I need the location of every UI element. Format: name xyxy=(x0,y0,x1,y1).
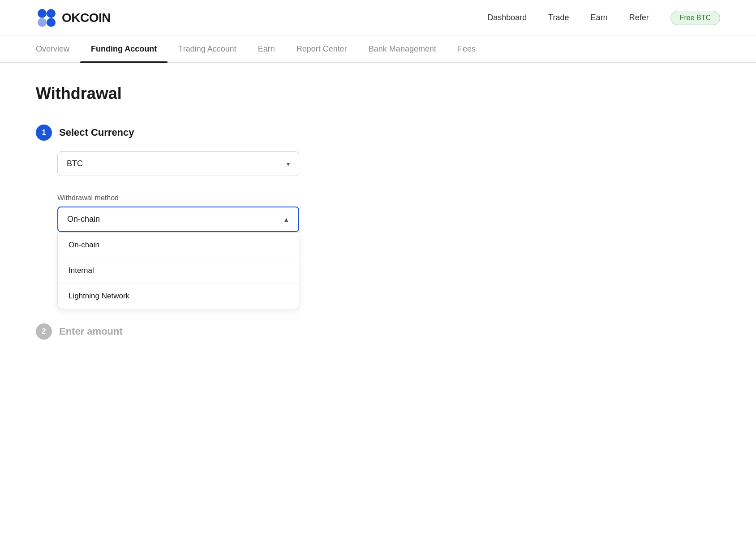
currency-select-dropdown[interactable]: BTC ▾ xyxy=(57,151,299,176)
subnav-trading-account[interactable]: Trading Account xyxy=(168,36,247,63)
main-content: Withdrawal 1 Select Currency BTC ▾ Withd… xyxy=(0,63,756,375)
subnav-overview[interactable]: Overview xyxy=(36,36,80,63)
step-1-badge: 1 xyxy=(36,125,52,141)
withdrawal-method-label: Withdrawal method xyxy=(57,194,322,202)
method-option-internal[interactable]: Internal xyxy=(58,258,299,284)
withdrawal-method-menu: On-chain Internal Lightning Network xyxy=(57,232,299,309)
nav-dashboard[interactable]: Dashboard xyxy=(487,13,527,22)
free-btc-button[interactable]: Free BTC xyxy=(670,11,720,25)
svg-point-0 xyxy=(38,9,47,18)
withdrawal-method-section: Withdrawal method On-chain ▲ On-chain In… xyxy=(57,194,322,309)
nav-links: Dashboard Trade Earn Refer Free BTC xyxy=(487,11,720,25)
step-2-container: 2 Enter amount xyxy=(36,323,720,340)
nav-refer[interactable]: Refer xyxy=(629,13,649,22)
svg-point-1 xyxy=(47,9,56,18)
subnav-funding-account[interactable]: Funding Account xyxy=(80,36,168,63)
step-1-header: 1 Select Currency xyxy=(36,125,720,141)
page-title: Withdrawal xyxy=(36,84,720,103)
sub-navigation: Overview Funding Account Trading Account… xyxy=(0,36,756,63)
withdrawal-method-chevron-icon: ▲ xyxy=(283,216,289,223)
logo-icon xyxy=(36,7,57,29)
subnav-bank-management[interactable]: Bank Management xyxy=(358,36,447,63)
withdrawal-method-value: On-chain xyxy=(67,215,100,224)
top-navigation: OKCOIN Dashboard Trade Earn Refer Free B… xyxy=(0,0,756,36)
step-1-form: BTC ▾ Withdrawal method On-chain ▲ On-ch… xyxy=(36,151,322,309)
step-2-header: 2 Enter amount xyxy=(36,323,720,340)
method-option-on-chain[interactable]: On-chain xyxy=(58,233,299,258)
step-2-badge: 2 xyxy=(36,323,52,340)
logo[interactable]: OKCOIN xyxy=(36,7,111,29)
step-1-container: 1 Select Currency BTC ▾ Withdrawal metho… xyxy=(36,125,720,309)
currency-select-value: BTC xyxy=(67,159,83,168)
subnav-earn[interactable]: Earn xyxy=(247,36,286,63)
svg-point-3 xyxy=(47,18,56,27)
subnav-fees[interactable]: Fees xyxy=(447,36,486,63)
method-option-lightning-network[interactable]: Lightning Network xyxy=(58,284,299,309)
nav-earn[interactable]: Earn xyxy=(591,13,608,22)
logo-text: OKCOIN xyxy=(62,11,111,25)
subnav-report-center[interactable]: Report Center xyxy=(286,36,358,63)
step-1-label: Select Currency xyxy=(59,127,134,138)
svg-point-2 xyxy=(38,18,47,27)
withdrawal-method-dropdown[interactable]: On-chain ▲ xyxy=(57,207,299,232)
currency-chevron-icon: ▾ xyxy=(287,160,290,168)
nav-trade[interactable]: Trade xyxy=(548,13,569,22)
step-2-label: Enter amount xyxy=(59,326,123,337)
